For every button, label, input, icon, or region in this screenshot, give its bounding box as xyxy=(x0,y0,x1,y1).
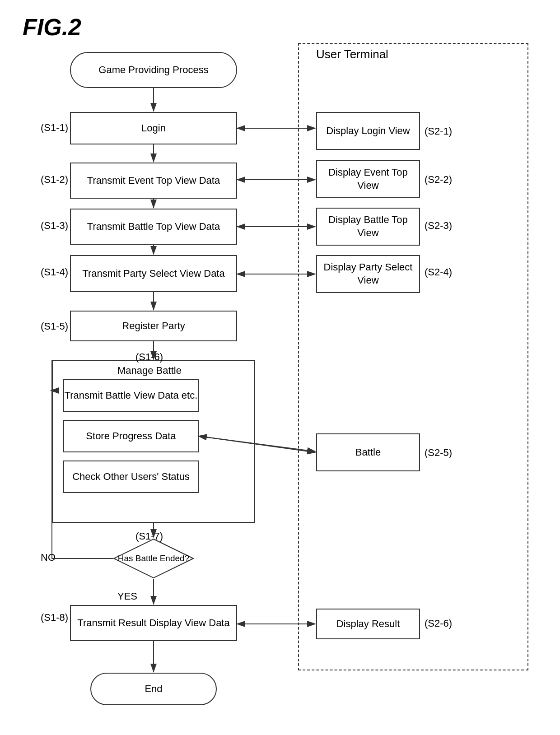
check-other-users-box: Check Other Users' Status xyxy=(63,461,199,493)
no-label: NO xyxy=(41,552,56,563)
login-box: Login xyxy=(70,112,237,144)
display-event-top-box: Display Event Top View xyxy=(316,160,420,198)
step-s1-3: (S1-3) xyxy=(41,220,68,232)
register-party-box: Register Party xyxy=(70,311,237,341)
game-providing-process-box: Game Providing Process xyxy=(70,52,237,88)
manage-battle-label: Manage Battle xyxy=(117,365,182,377)
display-battle-top-box: Display Battle Top View xyxy=(316,208,420,246)
battle-box: Battle xyxy=(316,433,420,471)
transmit-battle-top-box: Transmit Battle Top View Data xyxy=(70,209,237,245)
step-s1-7: (S1-7) xyxy=(135,530,163,542)
step-s2-6: (S2-6) xyxy=(425,618,452,629)
step-s2-2: (S2-2) xyxy=(425,174,452,186)
display-result-box: Display Result xyxy=(316,609,420,639)
transmit-party-select-box: Transmit Party Select View Data xyxy=(70,255,237,292)
has-battle-ended-diamond: Has Battle Ended? xyxy=(113,538,194,579)
step-s1-1: (S1-1) xyxy=(41,122,68,134)
step-s2-5: (S2-5) xyxy=(425,447,452,459)
step-s1-2: (S1-2) xyxy=(41,174,68,186)
step-s2-4: (S2-4) xyxy=(425,266,452,278)
step-s1-6: (S1-6) xyxy=(135,351,163,363)
step-s2-3: (S2-3) xyxy=(425,220,452,232)
step-s2-1: (S2-1) xyxy=(425,126,452,137)
figure-title: FIG.2 xyxy=(23,14,81,41)
end-box: End xyxy=(90,673,217,705)
user-terminal-label: User Terminal xyxy=(316,47,388,61)
display-party-select-box: Display Party Select View xyxy=(316,255,420,293)
step-s1-5: (S1-5) xyxy=(41,321,68,332)
step-s1-8: (S1-8) xyxy=(41,612,68,623)
transmit-event-top-box: Transmit Event Top View Data xyxy=(70,163,237,199)
yes-label: YES xyxy=(117,591,137,602)
store-progress-box: Store Progress Data xyxy=(63,420,199,452)
step-s1-4: (S1-4) xyxy=(41,266,68,278)
transmit-result-box: Transmit Result Display View Data xyxy=(70,605,237,641)
transmit-battle-view-box: Transmit Battle View Data etc. xyxy=(63,379,199,412)
display-login-view-box: Display Login View xyxy=(316,112,420,150)
